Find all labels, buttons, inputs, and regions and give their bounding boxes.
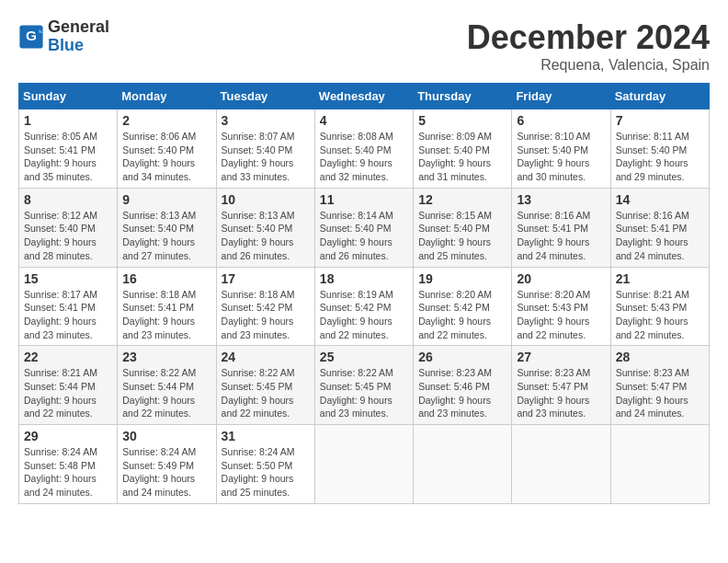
day-info: Sunrise: 8:10 AM Sunset: 5:40 PM Dayligh…: [517, 130, 605, 184]
day-number: 6: [517, 113, 605, 128]
calendar-cell: 28 Sunrise: 8:23 AM Sunset: 5:47 PM Dayl…: [610, 346, 709, 425]
day-number: 30: [122, 429, 210, 443]
calendar-week-1: 1 Sunrise: 8:05 AM Sunset: 5:41 PM Dayli…: [19, 109, 710, 189]
calendar-header-monday: Monday: [118, 84, 216, 109]
calendar-header-tuesday: Tuesday: [216, 84, 314, 109]
logo-line1: General: [48, 18, 109, 37]
calendar-cell: 4 Sunrise: 8:08 AM Sunset: 5:40 PM Dayli…: [314, 109, 413, 189]
day-number: 26: [418, 350, 506, 364]
day-info: Sunrise: 8:06 AM Sunset: 5:40 PM Dayligh…: [122, 130, 210, 184]
calendar-header-wednesday: Wednesday: [314, 84, 413, 109]
day-number: 17: [222, 271, 310, 286]
calendar-cell: 14 Sunrise: 8:16 AM Sunset: 5:41 PM Dayl…: [610, 188, 709, 267]
calendar-header-friday: Friday: [512, 84, 610, 109]
calendar-week-5: 29 Sunrise: 8:24 AM Sunset: 5:48 PM Dayl…: [19, 425, 710, 504]
day-info: Sunrise: 8:20 AM Sunset: 5:43 PM Dayligh…: [517, 288, 605, 342]
title-area: December 2024 Requena, Valencia, Spain: [467, 18, 710, 74]
day-info: Sunrise: 8:05 AM Sunset: 5:41 PM Dayligh…: [24, 130, 112, 184]
day-number: 20: [517, 271, 605, 286]
day-info: Sunrise: 8:23 AM Sunset: 5:46 PM Dayligh…: [418, 366, 506, 420]
calendar-header-saturday: Saturday: [610, 84, 709, 109]
day-number: 21: [616, 271, 704, 286]
calendar-header-thursday: Thursday: [414, 84, 512, 109]
day-number: 16: [122, 271, 210, 286]
day-number: 28: [616, 350, 704, 364]
logo-text: General Blue: [48, 18, 109, 55]
logo-line2: Blue: [48, 37, 109, 55]
calendar-header-row: SundayMondayTuesdayWednesdayThursdayFrid…: [19, 84, 710, 109]
day-info: Sunrise: 8:14 AM Sunset: 5:40 PM Dayligh…: [320, 209, 408, 263]
calendar-cell: 21 Sunrise: 8:21 AM Sunset: 5:43 PM Dayl…: [610, 267, 709, 346]
day-number: 15: [24, 271, 112, 286]
calendar-cell: 17 Sunrise: 8:18 AM Sunset: 5:42 PM Dayl…: [216, 267, 314, 346]
day-info: Sunrise: 8:24 AM Sunset: 5:49 PM Dayligh…: [122, 445, 210, 500]
day-info: Sunrise: 8:21 AM Sunset: 5:43 PM Dayligh…: [616, 288, 704, 342]
day-info: Sunrise: 8:24 AM Sunset: 5:48 PM Dayligh…: [24, 445, 112, 500]
day-info: Sunrise: 8:19 AM Sunset: 5:42 PM Dayligh…: [320, 288, 408, 342]
day-number: 10: [222, 192, 310, 207]
calendar-week-4: 22 Sunrise: 8:21 AM Sunset: 5:44 PM Dayl…: [19, 346, 710, 425]
calendar-cell: 1 Sunrise: 8:05 AM Sunset: 5:41 PM Dayli…: [19, 109, 118, 189]
calendar-cell: 18 Sunrise: 8:19 AM Sunset: 5:42 PM Dayl…: [314, 267, 413, 346]
header: G General Blue December 2024 Requena, Va…: [18, 18, 710, 74]
location: Requena, Valencia, Spain: [467, 57, 710, 74]
month-title: December 2024: [467, 18, 710, 57]
calendar-cell: 15 Sunrise: 8:17 AM Sunset: 5:41 PM Dayl…: [19, 267, 118, 346]
day-number: 13: [517, 192, 605, 207]
calendar-table: SundayMondayTuesdayWednesdayThursdayFrid…: [18, 83, 710, 504]
calendar-cell: 7 Sunrise: 8:11 AM Sunset: 5:40 PM Dayli…: [610, 109, 709, 189]
day-info: Sunrise: 8:15 AM Sunset: 5:40 PM Dayligh…: [418, 209, 506, 263]
day-number: 19: [418, 271, 506, 286]
calendar-cell: 22 Sunrise: 8:21 AM Sunset: 5:44 PM Dayl…: [19, 346, 118, 425]
day-number: 1: [24, 113, 112, 128]
calendar-cell: 10 Sunrise: 8:13 AM Sunset: 5:40 PM Dayl…: [216, 188, 314, 267]
day-info: Sunrise: 8:11 AM Sunset: 5:40 PM Dayligh…: [616, 130, 704, 184]
calendar-cell: 2 Sunrise: 8:06 AM Sunset: 5:40 PM Dayli…: [118, 109, 216, 189]
calendar-week-2: 8 Sunrise: 8:12 AM Sunset: 5:40 PM Dayli…: [19, 188, 710, 267]
calendar-cell: 19 Sunrise: 8:20 AM Sunset: 5:42 PM Dayl…: [414, 267, 512, 346]
day-number: 31: [222, 429, 310, 443]
day-number: 7: [616, 113, 704, 128]
day-info: Sunrise: 8:22 AM Sunset: 5:45 PM Dayligh…: [320, 366, 408, 420]
calendar-cell: [610, 425, 709, 504]
calendar-cell: 6 Sunrise: 8:10 AM Sunset: 5:40 PM Dayli…: [512, 109, 610, 189]
calendar-cell: 23 Sunrise: 8:22 AM Sunset: 5:44 PM Dayl…: [118, 346, 216, 425]
day-info: Sunrise: 8:23 AM Sunset: 5:47 PM Dayligh…: [616, 366, 704, 420]
calendar-cell: 20 Sunrise: 8:20 AM Sunset: 5:43 PM Dayl…: [512, 267, 610, 346]
day-info: Sunrise: 8:18 AM Sunset: 5:42 PM Dayligh…: [222, 288, 310, 342]
day-number: 18: [320, 271, 408, 286]
day-number: 23: [122, 350, 210, 364]
calendar-cell: 30 Sunrise: 8:24 AM Sunset: 5:49 PM Dayl…: [118, 425, 216, 504]
calendar-header-sunday: Sunday: [19, 84, 118, 109]
day-info: Sunrise: 8:17 AM Sunset: 5:41 PM Dayligh…: [24, 288, 112, 342]
day-info: Sunrise: 8:12 AM Sunset: 5:40 PM Dayligh…: [24, 209, 112, 263]
day-info: Sunrise: 8:21 AM Sunset: 5:44 PM Dayligh…: [24, 366, 112, 420]
day-number: 14: [616, 192, 704, 207]
logo: G General Blue: [18, 18, 109, 55]
calendar-cell: 26 Sunrise: 8:23 AM Sunset: 5:46 PM Dayl…: [414, 346, 512, 425]
day-number: 24: [222, 350, 310, 364]
day-info: Sunrise: 8:22 AM Sunset: 5:44 PM Dayligh…: [122, 366, 210, 420]
calendar-cell: 29 Sunrise: 8:24 AM Sunset: 5:48 PM Dayl…: [19, 425, 118, 504]
day-info: Sunrise: 8:22 AM Sunset: 5:45 PM Dayligh…: [222, 366, 310, 420]
calendar-cell: 16 Sunrise: 8:18 AM Sunset: 5:41 PM Dayl…: [118, 267, 216, 346]
day-info: Sunrise: 8:13 AM Sunset: 5:40 PM Dayligh…: [222, 209, 310, 263]
calendar-cell: 9 Sunrise: 8:13 AM Sunset: 5:40 PM Dayli…: [118, 188, 216, 267]
calendar-cell: 24 Sunrise: 8:22 AM Sunset: 5:45 PM Dayl…: [216, 346, 314, 425]
logo-icon: G: [18, 24, 44, 50]
day-number: 2: [122, 113, 210, 128]
day-number: 12: [418, 192, 506, 207]
calendar-cell: 5 Sunrise: 8:09 AM Sunset: 5:40 PM Dayli…: [414, 109, 512, 189]
day-number: 3: [222, 113, 310, 128]
day-number: 9: [122, 192, 210, 207]
day-number: 4: [320, 113, 408, 128]
calendar-cell: 25 Sunrise: 8:22 AM Sunset: 5:45 PM Dayl…: [314, 346, 413, 425]
day-info: Sunrise: 8:16 AM Sunset: 5:41 PM Dayligh…: [616, 209, 704, 263]
calendar-cell: 11 Sunrise: 8:14 AM Sunset: 5:40 PM Dayl…: [314, 188, 413, 267]
calendar-cell: 8 Sunrise: 8:12 AM Sunset: 5:40 PM Dayli…: [19, 188, 118, 267]
svg-text:G: G: [26, 28, 37, 43]
day-number: 11: [320, 192, 408, 207]
calendar-cell: [314, 425, 413, 504]
calendar-cell: 31 Sunrise: 8:24 AM Sunset: 5:50 PM Dayl…: [216, 425, 314, 504]
day-info: Sunrise: 8:18 AM Sunset: 5:41 PM Dayligh…: [122, 288, 210, 342]
